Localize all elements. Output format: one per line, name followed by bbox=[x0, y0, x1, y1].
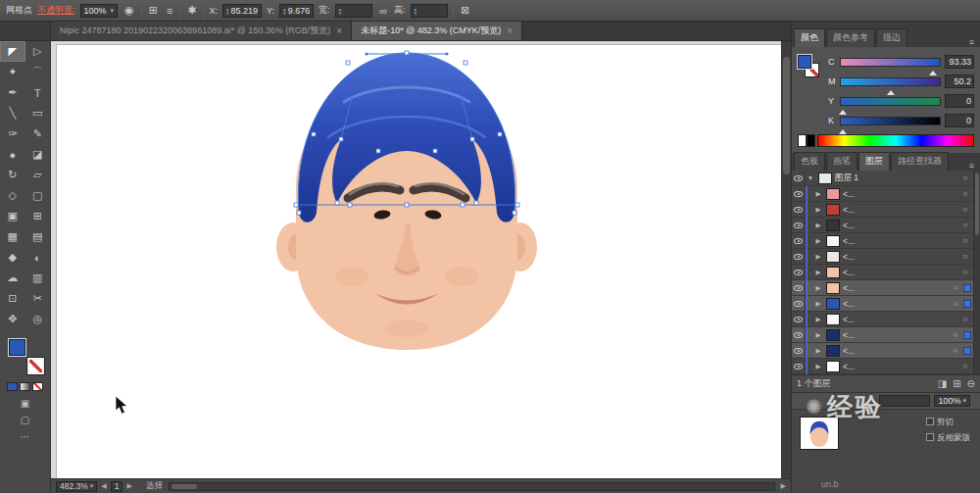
target-icon[interactable]: ○ bbox=[959, 268, 971, 276]
pencil-tool[interactable]: ✎ bbox=[25, 123, 51, 144]
gradient-mode-button[interactable] bbox=[20, 382, 30, 391]
x-value[interactable]: 85.219 bbox=[231, 6, 259, 16]
selection-tool[interactable]: ◤ bbox=[0, 41, 25, 62]
visibility-toggle[interactable] bbox=[792, 249, 806, 264]
target-icon[interactable]: ○ bbox=[950, 283, 961, 292]
white-swatch[interactable] bbox=[798, 134, 807, 147]
transparency-opacity-value[interactable]: 100% bbox=[938, 396, 960, 406]
visibility-toggle[interactable] bbox=[792, 218, 806, 232]
delete-layer-button[interactable]: ⊖ bbox=[967, 378, 975, 389]
paintbrush-tool[interactable]: ✑ bbox=[0, 123, 25, 144]
zoom-value[interactable]: 482.3% bbox=[60, 481, 88, 491]
visibility-toggle[interactable] bbox=[792, 171, 806, 185]
target-icon[interactable]: ○ bbox=[959, 221, 971, 229]
rectangle-tool[interactable]: ▭ bbox=[25, 103, 51, 123]
expand-icon[interactable]: ▶ bbox=[813, 222, 823, 229]
horizontal-scroll-thumb[interactable] bbox=[172, 484, 197, 489]
channel-slider[interactable] bbox=[840, 97, 941, 106]
expand-icon[interactable]: ▶ bbox=[813, 363, 823, 370]
spectrum-ramp[interactable] bbox=[817, 134, 974, 147]
visibility-toggle[interactable] bbox=[792, 202, 806, 217]
layer-row[interactable]: ▶ <... ○ bbox=[792, 359, 980, 374]
expand-icon[interactable]: ▶ bbox=[813, 316, 823, 323]
column-graph-tool[interactable]: ▥ bbox=[25, 268, 51, 288]
clip-checkbox[interactable] bbox=[926, 418, 934, 425]
height-field[interactable]: ▴▾ bbox=[411, 4, 449, 18]
artwork-svg[interactable] bbox=[51, 41, 791, 478]
align-panel-icon[interactable]: ⊞ bbox=[147, 4, 160, 17]
target-icon[interactable]: ○ bbox=[950, 330, 961, 339]
opacity-dropdown-icon[interactable]: ▾ bbox=[962, 397, 966, 405]
channel-value-field[interactable]: 50.2 bbox=[945, 74, 974, 88]
slider-thumb-icon[interactable] bbox=[839, 125, 847, 134]
eraser-tool[interactable]: ◪ bbox=[25, 144, 51, 165]
tab-brushes[interactable]: 画笔 bbox=[826, 152, 858, 171]
channel-slider[interactable] bbox=[840, 117, 941, 125]
zoom-tool[interactable]: ◎ bbox=[25, 309, 51, 329]
layer-row[interactable]: ▶ <... ○ bbox=[792, 233, 980, 249]
height-stepper[interactable]: ▴▾ bbox=[415, 7, 417, 15]
direct-selection-tool[interactable]: ▷ bbox=[25, 41, 51, 62]
horizontal-scrollbar[interactable] bbox=[169, 482, 775, 491]
canvas-area[interactable] bbox=[51, 41, 791, 478]
opacity-dropdown-icon[interactable]: ▾ bbox=[111, 7, 115, 15]
visibility-toggle[interactable] bbox=[792, 233, 806, 248]
new-layer-button[interactable]: ⊞ bbox=[953, 378, 960, 389]
tab-pathfinder[interactable]: 路径查找器 bbox=[891, 152, 949, 171]
target-icon[interactable]: ○ bbox=[959, 173, 971, 182]
target-icon[interactable]: ○ bbox=[950, 346, 961, 355]
visibility-toggle[interactable] bbox=[792, 312, 806, 326]
expand-icon[interactable]: ▶ bbox=[813, 269, 823, 276]
layer-row[interactable]: ▼ 图层 1 ○ bbox=[792, 171, 980, 186]
visibility-toggle[interactable] bbox=[792, 327, 806, 342]
channel-value-field[interactable]: 0 bbox=[945, 94, 974, 108]
visibility-toggle[interactable] bbox=[792, 280, 806, 295]
target-icon[interactable]: ○ bbox=[959, 362, 971, 370]
slider-thumb-icon[interactable] bbox=[839, 106, 847, 115]
blend-mode-select[interactable] bbox=[879, 395, 930, 407]
invert-mask-checkbox[interactable] bbox=[926, 433, 934, 441]
symbol-sprayer-tool[interactable]: ☁ bbox=[0, 268, 25, 288]
layers-scroll-thumb[interactable] bbox=[975, 173, 979, 235]
tab-color-guide[interactable]: 颜色参考 bbox=[826, 28, 875, 47]
layer-row[interactable]: ▶ <... ○ bbox=[792, 327, 980, 343]
expand-icon[interactable]: ▶ bbox=[813, 253, 823, 261]
tab-color[interactable]: 颜色 bbox=[794, 28, 825, 47]
vertical-scroll-thumb[interactable] bbox=[783, 57, 790, 174]
free-transform-tool[interactable]: ▢ bbox=[25, 185, 51, 206]
layer-row[interactable]: ▶ <... ○ bbox=[792, 280, 980, 296]
lasso-tool[interactable]: ⌒ bbox=[25, 62, 51, 82]
y-value[interactable]: 9.676 bbox=[288, 6, 311, 16]
expand-icon[interactable]: ▶ bbox=[813, 284, 823, 292]
layer-row[interactable]: ▶ <... ○ bbox=[792, 265, 980, 280]
x-stepper[interactable]: ▴▾ bbox=[226, 7, 229, 15]
opacity-link[interactable]: 不透明度: bbox=[37, 4, 75, 17]
opacity-value[interactable]: 100% bbox=[84, 6, 107, 16]
slice-tool[interactable]: ✂ bbox=[25, 288, 51, 309]
recolor-artwork-icon[interactable]: ◉ bbox=[122, 4, 136, 17]
layer-row[interactable]: ▶ <... ○ bbox=[792, 296, 980, 312]
panel-menu-icon[interactable]: ≡ bbox=[965, 37, 978, 47]
expand-icon[interactable]: ▼ bbox=[806, 174, 815, 181]
x-field[interactable]: ▴▾ 85.219 bbox=[222, 4, 262, 18]
screen-mode-button[interactable]: ▢ bbox=[0, 415, 50, 425]
panel-menu-icon[interactable]: ≡ bbox=[965, 161, 978, 171]
panel-fill-swatch[interactable] bbox=[798, 55, 811, 69]
width-field[interactable]: ▴▾ bbox=[335, 4, 373, 18]
layer-row[interactable]: ▶ <... ○ bbox=[792, 202, 980, 218]
next-artboard-icon[interactable]: ▶ bbox=[126, 482, 131, 490]
none-mode-button[interactable] bbox=[32, 382, 43, 391]
width-tool[interactable]: ◇ bbox=[0, 185, 25, 206]
layer-row[interactable]: ▶ <... ○ bbox=[792, 312, 980, 327]
scroll-right-icon[interactable]: ▶ bbox=[781, 482, 786, 490]
artboard-number[interactable]: 1 bbox=[115, 481, 120, 491]
target-icon[interactable]: ○ bbox=[959, 205, 971, 214]
opacity-field[interactable]: 100% ▾ bbox=[80, 4, 119, 18]
layer-row[interactable]: ▶ <... ○ bbox=[792, 186, 980, 202]
isolate-icon[interactable]: ✱ bbox=[185, 4, 198, 17]
y-stepper[interactable]: ▴▾ bbox=[283, 7, 286, 15]
channel-value-field[interactable]: 0 bbox=[945, 114, 974, 127]
stroke-swatch[interactable] bbox=[27, 358, 44, 374]
document-tab-untitled[interactable]: 未标题-10* @ 482.3% (CMYK/预览) × bbox=[352, 22, 522, 40]
panel-fill-stroke-proxy[interactable] bbox=[798, 55, 821, 84]
